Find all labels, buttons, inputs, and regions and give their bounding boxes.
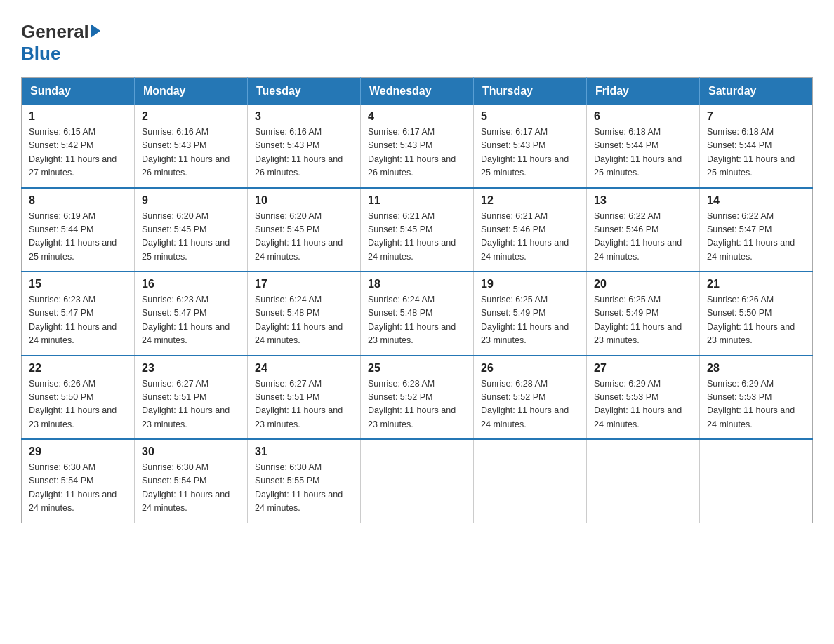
day-number: 8: [29, 194, 127, 207]
weekday-header-row: SundayMondayTuesdayWednesdayThursdayFrid…: [22, 78, 813, 105]
day-number: 29: [29, 445, 127, 458]
calendar-cell: 13 Sunrise: 6:22 AMSunset: 5:46 PMDaylig…: [587, 188, 700, 272]
calendar-cell: [474, 439, 587, 523]
day-info: Sunrise: 6:23 AMSunset: 5:47 PMDaylight:…: [142, 293, 240, 348]
weekday-header-thursday: Thursday: [474, 78, 587, 105]
weekday-header-saturday: Saturday: [700, 78, 813, 105]
calendar-cell: [361, 439, 474, 523]
day-info: Sunrise: 6:26 AMSunset: 5:50 PMDaylight:…: [29, 377, 127, 432]
day-number: 20: [594, 278, 692, 290]
day-info: Sunrise: 6:19 AMSunset: 5:44 PMDaylight:…: [29, 210, 127, 264]
page-header: General Blue: [21, 14, 813, 65]
day-number: 1: [29, 110, 127, 123]
calendar-cell: 16 Sunrise: 6:23 AMSunset: 5:47 PMDaylig…: [135, 271, 248, 356]
day-info: Sunrise: 6:16 AMSunset: 5:43 PMDaylight:…: [142, 126, 240, 180]
day-number: 10: [255, 194, 353, 207]
day-number: 18: [368, 278, 466, 290]
weekday-header-sunday: Sunday: [22, 78, 135, 105]
calendar-cell: 9 Sunrise: 6:20 AMSunset: 5:45 PMDayligh…: [135, 188, 248, 272]
day-number: 21: [707, 278, 805, 290]
calendar-cell: 18 Sunrise: 6:24 AMSunset: 5:48 PMDaylig…: [361, 271, 474, 356]
day-info: Sunrise: 6:30 AMSunset: 5:54 PMDaylight:…: [29, 461, 127, 516]
calendar-cell: 7 Sunrise: 6:18 AMSunset: 5:44 PMDayligh…: [700, 105, 813, 188]
day-info: Sunrise: 6:17 AMSunset: 5:43 PMDaylight:…: [368, 126, 466, 180]
day-number: 16: [142, 278, 240, 290]
day-number: 28: [707, 362, 805, 375]
calendar-cell: 30 Sunrise: 6:30 AMSunset: 5:54 PMDaylig…: [135, 439, 248, 523]
calendar-table: SundayMondayTuesdayWednesdayThursdayFrid…: [21, 77, 813, 523]
day-info: Sunrise: 6:26 AMSunset: 5:50 PMDaylight:…: [707, 293, 805, 348]
logo: General Blue: [21, 21, 100, 65]
day-number: 2: [142, 110, 240, 123]
day-info: Sunrise: 6:15 AMSunset: 5:42 PMDaylight:…: [29, 126, 127, 180]
calendar-cell: 19 Sunrise: 6:25 AMSunset: 5:49 PMDaylig…: [474, 271, 587, 356]
day-info: Sunrise: 6:25 AMSunset: 5:49 PMDaylight:…: [481, 293, 579, 348]
day-number: 31: [255, 445, 353, 458]
weekday-header-monday: Monday: [135, 78, 248, 105]
day-number: 11: [368, 194, 466, 207]
calendar-cell: 10 Sunrise: 6:20 AMSunset: 5:45 PMDaylig…: [248, 188, 361, 272]
calendar-cell: 22 Sunrise: 6:26 AMSunset: 5:50 PMDaylig…: [22, 356, 135, 440]
day-info: Sunrise: 6:21 AMSunset: 5:46 PMDaylight:…: [481, 210, 579, 264]
weekday-header-tuesday: Tuesday: [248, 78, 361, 105]
logo-triangle-icon: [91, 24, 100, 38]
weekday-header-friday: Friday: [587, 78, 700, 105]
day-number: 24: [255, 362, 353, 375]
calendar-cell: 4 Sunrise: 6:17 AMSunset: 5:43 PMDayligh…: [361, 105, 474, 188]
calendar-cell: 21 Sunrise: 6:26 AMSunset: 5:50 PMDaylig…: [700, 271, 813, 356]
day-info: Sunrise: 6:30 AMSunset: 5:54 PMDaylight:…: [142, 461, 240, 516]
calendar-cell: 31 Sunrise: 6:30 AMSunset: 5:55 PMDaylig…: [248, 439, 361, 523]
day-number: 26: [481, 362, 579, 375]
calendar-cell: 14 Sunrise: 6:22 AMSunset: 5:47 PMDaylig…: [700, 188, 813, 272]
calendar-cell: 15 Sunrise: 6:23 AMSunset: 5:47 PMDaylig…: [22, 271, 135, 356]
day-number: 5: [481, 110, 579, 123]
calendar-cell: 23 Sunrise: 6:27 AMSunset: 5:51 PMDaylig…: [135, 356, 248, 440]
day-number: 3: [255, 110, 353, 123]
calendar-cell: 20 Sunrise: 6:25 AMSunset: 5:49 PMDaylig…: [587, 271, 700, 356]
calendar-cell: 29 Sunrise: 6:30 AMSunset: 5:54 PMDaylig…: [22, 439, 135, 523]
day-info: Sunrise: 6:24 AMSunset: 5:48 PMDaylight:…: [368, 293, 466, 348]
calendar-week-row: 8 Sunrise: 6:19 AMSunset: 5:44 PMDayligh…: [22, 188, 813, 272]
day-info: Sunrise: 6:27 AMSunset: 5:51 PMDaylight:…: [255, 377, 353, 432]
day-info: Sunrise: 6:17 AMSunset: 5:43 PMDaylight:…: [481, 126, 579, 180]
day-number: 30: [142, 445, 240, 458]
calendar-cell: 24 Sunrise: 6:27 AMSunset: 5:51 PMDaylig…: [248, 356, 361, 440]
calendar-cell: 3 Sunrise: 6:16 AMSunset: 5:43 PMDayligh…: [248, 105, 361, 188]
day-info: Sunrise: 6:18 AMSunset: 5:44 PMDaylight:…: [594, 126, 692, 180]
calendar-cell: [587, 439, 700, 523]
day-number: 25: [368, 362, 466, 375]
calendar-cell: 5 Sunrise: 6:17 AMSunset: 5:43 PMDayligh…: [474, 105, 587, 188]
day-number: 27: [594, 362, 692, 375]
day-info: Sunrise: 6:22 AMSunset: 5:46 PMDaylight:…: [594, 210, 692, 264]
day-info: Sunrise: 6:29 AMSunset: 5:53 PMDaylight:…: [594, 377, 692, 432]
calendar-cell: 8 Sunrise: 6:19 AMSunset: 5:44 PMDayligh…: [22, 188, 135, 272]
day-info: Sunrise: 6:25 AMSunset: 5:49 PMDaylight:…: [594, 293, 692, 348]
day-info: Sunrise: 6:20 AMSunset: 5:45 PMDaylight:…: [255, 210, 353, 264]
logo-blue-text: Blue: [21, 43, 60, 64]
day-number: 17: [255, 278, 353, 290]
calendar-cell: 2 Sunrise: 6:16 AMSunset: 5:43 PMDayligh…: [135, 105, 248, 188]
day-info: Sunrise: 6:27 AMSunset: 5:51 PMDaylight:…: [142, 377, 240, 432]
day-number: 12: [481, 194, 579, 207]
calendar-week-row: 22 Sunrise: 6:26 AMSunset: 5:50 PMDaylig…: [22, 356, 813, 440]
day-info: Sunrise: 6:29 AMSunset: 5:53 PMDaylight:…: [707, 377, 805, 432]
calendar-week-row: 15 Sunrise: 6:23 AMSunset: 5:47 PMDaylig…: [22, 271, 813, 356]
day-info: Sunrise: 6:28 AMSunset: 5:52 PMDaylight:…: [481, 377, 579, 432]
day-number: 9: [142, 194, 240, 207]
day-info: Sunrise: 6:28 AMSunset: 5:52 PMDaylight:…: [368, 377, 466, 432]
calendar-cell: 25 Sunrise: 6:28 AMSunset: 5:52 PMDaylig…: [361, 356, 474, 440]
day-number: 23: [142, 362, 240, 375]
logo-general-text: General: [21, 21, 89, 43]
calendar-cell: 27 Sunrise: 6:29 AMSunset: 5:53 PMDaylig…: [587, 356, 700, 440]
calendar-cell: 17 Sunrise: 6:24 AMSunset: 5:48 PMDaylig…: [248, 271, 361, 356]
calendar-cell: 26 Sunrise: 6:28 AMSunset: 5:52 PMDaylig…: [474, 356, 587, 440]
weekday-header-wednesday: Wednesday: [361, 78, 474, 105]
calendar-cell: [700, 439, 813, 523]
day-number: 13: [594, 194, 692, 207]
calendar-week-row: 1 Sunrise: 6:15 AMSunset: 5:42 PMDayligh…: [22, 105, 813, 188]
calendar-cell: 1 Sunrise: 6:15 AMSunset: 5:42 PMDayligh…: [22, 105, 135, 188]
day-number: 22: [29, 362, 127, 375]
day-number: 4: [368, 110, 466, 123]
calendar-cell: 12 Sunrise: 6:21 AMSunset: 5:46 PMDaylig…: [474, 188, 587, 272]
day-number: 19: [481, 278, 579, 290]
